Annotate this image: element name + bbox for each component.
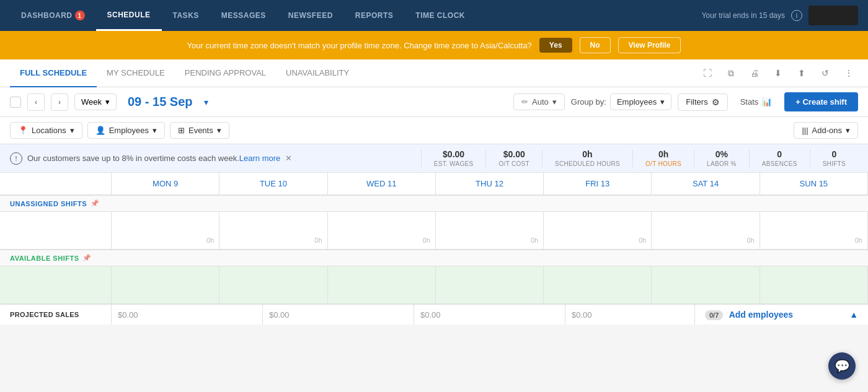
projected-input-thu-field[interactable] — [572, 310, 710, 320]
unassigned-cell-fri[interactable]: 0h — [544, 212, 652, 249]
next-week-button[interactable]: › — [51, 94, 68, 111]
stat-est-wages-value: $0.00 — [434, 149, 474, 159]
available-cell-mon[interactable] — [112, 266, 219, 303]
employees-filter[interactable]: 👤 Employees ▾ — [87, 122, 165, 139]
stat-ot-cost-value: $0.00 — [498, 149, 529, 159]
nav-item-newsfeed[interactable]: NEWSFEED — [277, 0, 344, 31]
add-employees-button[interactable]: 0/7 Add employees ▲ — [694, 305, 868, 324]
projected-input-mon-field[interactable] — [118, 310, 256, 320]
download-icon[interactable]: ⬇ — [769, 64, 787, 82]
more-icon[interactable]: ⋮ — [839, 64, 858, 82]
available-pin-icon[interactable]: 📌 — [82, 254, 92, 262]
tab-pending-approval[interactable]: PENDING APPROVAL — [175, 59, 276, 87]
filters-button[interactable]: Filters ⚙ — [678, 94, 727, 111]
nav-item-schedule[interactable]: SCHEDULE — [96, 0, 162, 31]
nav-item-tasks[interactable]: TASKS — [162, 0, 210, 31]
alert-message: Your current time zone doesn't match you… — [187, 41, 532, 50]
unassigned-shifts-grid: 0h 0h 0h 0h 0h 0h 0h — [0, 212, 868, 250]
projected-input-tue[interactable] — [263, 305, 414, 324]
nav-item-messages[interactable]: MESSAGES — [210, 0, 277, 31]
stats-button[interactable]: Stats 📊 — [734, 94, 779, 110]
date-caret-icon[interactable]: ▾ — [204, 97, 208, 107]
stat-labor-pct-label: LABOR % — [707, 160, 737, 167]
group-by-label: Group by: — [571, 97, 606, 107]
unassigned-cell-thu[interactable]: 0h — [436, 212, 544, 249]
day-header-wed: WED 11 — [328, 173, 436, 194]
unassigned-cell-wed[interactable]: 0h — [328, 212, 436, 249]
stat-scheduled-hours-value: 0h — [555, 149, 620, 159]
copy-icon[interactable]: ⧉ — [722, 64, 740, 82]
tab-unavailability[interactable]: UNAVAILABILITY — [276, 59, 359, 87]
projected-input-wed-field[interactable] — [420, 310, 559, 320]
locations-filter[interactable]: 📍 Locations ▾ — [10, 122, 82, 139]
add-employees-label: Add employees — [729, 310, 793, 320]
stat-absences-label: ABSENCES — [762, 160, 797, 167]
projected-sales-row: PROJECTED SALES 0/7 Add employees ▲ — [0, 304, 868, 324]
nav-label-timeclock: TIME CLOCK — [415, 11, 465, 20]
available-cell-sun[interactable] — [760, 266, 868, 303]
week-caret-icon: ▾ — [105, 97, 110, 107]
add-employees-left: 0/7 Add employees — [705, 310, 793, 320]
grid-icon: ⊞ — [178, 126, 185, 135]
close-banner-icon[interactable]: ✕ — [285, 154, 292, 163]
nav-right: Your trial ends in 15 days i — [702, 6, 858, 25]
bar-icon: ||| — [802, 126, 808, 135]
available-cell-sat[interactable] — [652, 266, 760, 303]
unassigned-pin-icon[interactable]: 📌 — [91, 199, 100, 207]
learn-more-link[interactable]: Learn more — [239, 154, 280, 163]
share-icon[interactable]: ⬆ — [792, 64, 811, 82]
day-header-thu: THU 12 — [436, 173, 544, 194]
projected-sales-label: PROJECTED SALES — [0, 305, 112, 324]
available-shifts-label: AVAILABLE SHIFTS 📌 — [10, 254, 92, 262]
projected-input-wed[interactable] — [414, 305, 565, 324]
unassigned-cell-sat[interactable]: 0h — [652, 212, 760, 249]
projected-input-tue-field[interactable] — [269, 310, 407, 320]
pencil-icon: ✏ — [521, 97, 528, 107]
unassigned-hours-mon: 0h — [117, 237, 214, 244]
nav-items: DASHBOARD 1 SCHEDULE TASKS MESSAGES NEWS… — [10, 0, 702, 31]
nav-label-dashboard: DASHBOARD — [21, 11, 73, 20]
select-all-checkbox[interactable] — [10, 97, 21, 108]
history-icon[interactable]: ↺ — [816, 64, 835, 82]
addons-button[interactable]: ||| Add-ons ▾ — [794, 122, 858, 139]
tab-full-schedule[interactable]: FULL SCHEDULE — [10, 59, 97, 87]
unassigned-cell-sun[interactable]: 0h — [760, 212, 868, 249]
available-cell-fri[interactable] — [544, 266, 652, 303]
fullscreen-icon[interactable]: ⛶ — [698, 64, 717, 82]
prev-week-button[interactable]: ‹ — [27, 94, 45, 111]
user-avatar[interactable] — [808, 6, 858, 25]
available-cell-tue[interactable] — [219, 266, 327, 303]
stat-ot-cost: $0.00 O/T COST — [485, 149, 541, 167]
print-icon[interactable]: 🖨 — [745, 64, 764, 82]
group-by-value: Employees — [617, 97, 657, 107]
alert-view-profile-button[interactable]: View Profile — [618, 37, 681, 53]
projected-input-mon[interactable] — [112, 305, 263, 324]
locations-caret-icon: ▾ — [70, 126, 74, 135]
available-shifts-section: AVAILABLE SHIFTS 📌 — [0, 250, 868, 266]
nav-item-dashboard[interactable]: DASHBOARD 1 — [10, 0, 96, 31]
stat-absences-value: 0 — [762, 149, 797, 159]
nav-item-reports[interactable]: REPORTS — [344, 0, 405, 31]
nav-label-reports: REPORTS — [355, 11, 394, 20]
create-shift-button[interactable]: + Create shift — [784, 92, 858, 111]
day-header-tue: TUE 10 — [219, 173, 327, 194]
unassigned-cell-mon[interactable]: 0h — [112, 212, 219, 249]
auto-caret-icon: ▾ — [552, 97, 557, 107]
nav-item-timeclock[interactable]: TIME CLOCK — [404, 0, 476, 31]
alert-yes-button[interactable]: Yes — [539, 38, 572, 53]
available-cell-wed[interactable] — [328, 266, 436, 303]
tab-my-schedule[interactable]: MY SCHEDULE — [97, 59, 175, 87]
unassigned-hours-sat: 0h — [657, 237, 754, 244]
auto-button[interactable]: ✏ Auto ▾ — [513, 94, 565, 110]
group-by-select[interactable]: Employees ▾ — [610, 94, 671, 110]
info-icon[interactable]: i — [791, 10, 802, 21]
available-cell-thu[interactable] — [436, 266, 544, 303]
alert-no-button[interactable]: No — [580, 37, 611, 53]
week-select[interactable]: Week ▾ — [74, 94, 117, 110]
unassigned-cell-tue[interactable]: 0h — [219, 212, 327, 249]
toolbar: ‹ › Week ▾ 09 - 15 Sep ▾ ✏ Auto ▾ Group … — [0, 87, 868, 117]
employees-label: Employees — [109, 126, 149, 135]
events-filter[interactable]: ⊞ Events ▾ — [170, 122, 229, 139]
filters-label: Filters — [686, 97, 707, 107]
stat-ot-hours-label: O/T HOURS — [645, 160, 681, 167]
